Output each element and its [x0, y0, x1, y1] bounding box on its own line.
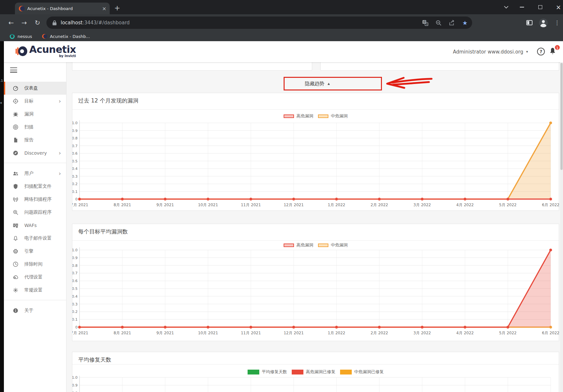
document-icon — [12, 137, 19, 143]
svg-text:4月 2022: 4月 2022 — [456, 203, 474, 207]
new-tab-button[interactable]: + — [114, 3, 120, 13]
sidebar-item-label: 扫描配置文件 — [24, 184, 52, 189]
sidebar-item-engines[interactable]: 引擎 — [4, 245, 66, 258]
svg-text:0.6: 0.6 — [72, 151, 78, 156]
tab-title: Acunetix - Dashboard — [27, 6, 102, 11]
brand-name: Acunetix — [29, 44, 76, 55]
legend-swatch-icon — [340, 370, 352, 374]
chevron-right-icon: › — [59, 151, 61, 155]
svg-text:6月 2022: 6月 2022 — [542, 331, 559, 335]
bookmarks-bar: nessus Acunetix - Dashb... — [0, 31, 563, 41]
bookmark-acunetix[interactable]: Acunetix - Dashb... — [42, 34, 90, 39]
svg-text:9月 2021: 9月 2021 — [156, 203, 174, 207]
svg-text:0.2: 0.2 — [72, 182, 78, 186]
svg-text:2月 2022: 2月 2022 — [371, 331, 388, 335]
sidebar-item-label: 扫描 — [24, 124, 33, 130]
svg-text:8月 2021: 8月 2021 — [114, 331, 131, 335]
window-menu-chevron-icon[interactable] — [499, 0, 514, 14]
sidebar-item-users[interactable]: 用户› — [4, 167, 66, 180]
svg-text:3月 2022: 3月 2022 — [413, 203, 431, 207]
translate-icon[interactable]: G 文 — [422, 20, 428, 26]
sidebar-item-excluded-hours[interactable]: 排除时间 — [4, 258, 66, 271]
legend-swatch-icon — [248, 370, 259, 374]
svg-text:0.8: 0.8 — [72, 264, 78, 268]
side-panel-icon[interactable] — [526, 20, 532, 25]
window-close-button[interactable]: × — [551, 0, 563, 14]
panel-stub-left — [72, 62, 312, 71]
legend-swatch-icon — [292, 370, 303, 374]
sidebar-item-general-settings[interactable]: 常规设置 — [4, 284, 66, 297]
sidebar-item-label: 常规设置 — [24, 287, 43, 293]
sidebar-item-label: 报告 — [24, 137, 33, 143]
svg-text:0.9: 0.9 — [72, 129, 78, 133]
app-header: Acunetix by Invicti Administrator www.dd… — [3, 41, 563, 62]
tab-close-icon[interactable]: × — [102, 6, 106, 12]
sidebar-item-issue-trackers[interactable]: 问题跟踪程序 — [4, 206, 66, 219]
reload-icon[interactable]: ↻ — [35, 19, 40, 27]
svg-text:0: 0 — [75, 197, 78, 201]
sidebar-item-targets[interactable]: 目标› — [4, 95, 66, 108]
chevron-down-icon: ▾ — [526, 50, 528, 54]
page-scrollbar[interactable] — [560, 62, 563, 392]
panel-stub-right — [320, 62, 559, 71]
sidebar-item-about[interactable]: 关于 — [4, 304, 66, 317]
line-chart: 00.10.20.30.40.50.60.70.80.91.07月 20218月… — [72, 376, 559, 392]
notification-badge: 1 — [554, 44, 560, 51]
hide-trends-button[interactable]: 隐藏趋势 ▲ — [284, 77, 382, 90]
legend-item[interactable]: 高危漏洞已修复 — [292, 369, 336, 375]
chart-card-vulns-12-months: 过去 12 个月发现的漏洞 高危漏洞中危漏洞 00.10.20.30.40.50… — [72, 93, 559, 211]
legend-item[interactable]: 平均修复天数 — [248, 369, 287, 375]
svg-text:10月 2021: 10月 2021 — [198, 203, 218, 207]
sidebar-item-dashboard[interactable]: 仪表盘 — [4, 82, 66, 95]
forward-icon[interactable]: → — [21, 19, 27, 27]
svg-text:G: G — [423, 20, 426, 23]
back-icon[interactable]: ← — [8, 19, 14, 27]
sidebar-item-wafs[interactable]: WAFs — [4, 219, 66, 232]
sidebar-item-label: 代理设置 — [24, 274, 43, 280]
network-icon — [12, 196, 19, 203]
sidebar-item-label: 目标 — [24, 98, 33, 104]
clock-icon — [12, 261, 19, 267]
menu-icon[interactable] — [10, 67, 17, 73]
share-icon[interactable] — [449, 20, 455, 26]
window-maximize-button[interactable] — [533, 0, 548, 14]
sidebar-item-scans[interactable]: 扫描 — [4, 121, 66, 134]
caret-up-icon: ▲ — [328, 82, 330, 85]
help-button[interactable]: ? — [537, 48, 545, 55]
info-icon — [12, 307, 19, 314]
svg-text:0.2: 0.2 — [72, 310, 78, 314]
svg-text:6月 2022: 6月 2022 — [542, 203, 559, 207]
browser-menu-icon[interactable]: ⋮ — [554, 19, 560, 26]
shield-icon — [12, 183, 19, 190]
chart-card-avg-days-to-fix: 平均修复天数 平均修复天数高危漏洞已修复中危漏洞已修复 00.10.20.30.… — [72, 352, 559, 392]
scrollbar-thumb[interactable] — [560, 63, 563, 170]
desktop-edge-strip: .1e — [0, 41, 4, 392]
acunetix-logo[interactable]: Acunetix by Invicti — [16, 44, 76, 58]
browser-tab[interactable]: Acunetix - Dashboard × — [15, 3, 110, 14]
zoom-out-icon[interactable] — [435, 20, 442, 26]
bookmark-nessus[interactable]: nessus — [10, 34, 32, 39]
svg-text:0.3: 0.3 — [72, 302, 78, 306]
sidebar-item-discovery[interactable]: Discovery› — [4, 147, 66, 160]
sidebar-item-vulnerabilities[interactable]: 漏洞 — [4, 108, 66, 121]
bookmark-star-icon[interactable]: ★ — [462, 19, 468, 26]
address-bar[interactable]: localhost:3443/#/dashboard G 文 ★ — [46, 17, 472, 29]
legend-item[interactable]: 中危漏洞已修复 — [340, 369, 384, 375]
chart-title: 每个目标平均漏洞数 — [78, 228, 128, 235]
sidebar-item-scan-profiles[interactable]: 扫描配置文件 — [4, 180, 66, 193]
sidebar-divider — [4, 163, 66, 163]
window-minimize-button[interactable] — [514, 0, 529, 14]
svg-text:2月 2022: 2月 2022 — [371, 203, 388, 207]
sidebar-item-network-scanner[interactable]: 网络扫描程序 — [4, 193, 66, 206]
sidebar-item-reports[interactable]: 报告 — [4, 134, 66, 147]
account-menu[interactable]: Administrator www.ddosi.org ▾ — [453, 41, 528, 62]
users-icon — [12, 170, 19, 177]
svg-text:7月 2021: 7月 2021 — [72, 331, 88, 335]
svg-text:1.0: 1.0 — [72, 121, 78, 125]
profile-avatar[interactable] — [539, 18, 548, 27]
sidebar-item-email-settings[interactable]: 电子邮件设置 — [4, 232, 66, 245]
svg-text:10月 2021: 10月 2021 — [198, 331, 218, 335]
notifications-button[interactable]: 1 — [549, 47, 558, 57]
sidebar-item-proxy-settings[interactable]: 代理设置 — [4, 271, 66, 284]
chart-card-avg-vulns-per-target: 每个目标平均漏洞数 高危漏洞中危漏洞 00.10.20.30.40.50.60.… — [72, 224, 559, 341]
